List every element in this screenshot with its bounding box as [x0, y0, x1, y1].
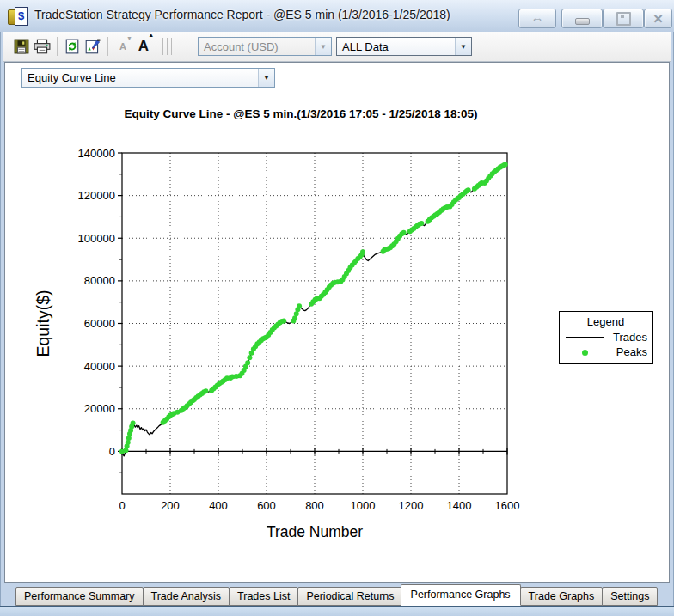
- toolbar-separator: [57, 37, 58, 56]
- data-range-dropdown-value: ALL Data: [342, 40, 389, 53]
- font-decrease-button: A▼: [113, 36, 133, 57]
- toolbar-grip: [167, 38, 168, 55]
- legend-label-trades: Trades: [613, 331, 647, 344]
- window-title: TradeStation Strategy Performance Report…: [34, 8, 450, 21]
- font-decrease-icon: A▼: [119, 41, 126, 52]
- refresh-icon: [64, 39, 80, 54]
- chevron-down-icon: ▼: [258, 69, 274, 87]
- tab-trade-graphs[interactable]: Trade Graphs: [520, 587, 604, 606]
- report-settings-button[interactable]: [83, 36, 103, 57]
- dock-arrows-icon: ⇔: [531, 11, 544, 26]
- chart-legend: Legend Trades Peaks: [559, 311, 653, 364]
- account-dropdown: Account (USD) ▼: [198, 37, 332, 56]
- title-bar[interactable]: $ TradeStation Strategy Performance Repo…: [0, 0, 674, 32]
- print-button[interactable]: [32, 36, 52, 57]
- save-button[interactable]: [11, 36, 32, 57]
- tab-performance-graphs[interactable]: Performance Graphs: [401, 584, 521, 606]
- print-icon: [34, 39, 51, 54]
- graph-type-dropdown[interactable]: Equity Curve Line ▼: [21, 68, 275, 88]
- legend-title: Legend: [560, 315, 652, 328]
- tab-periodical-returns[interactable]: Periodical Returns: [297, 587, 402, 606]
- maximize-icon: [616, 12, 631, 26]
- chevron-down-icon: ▼: [455, 38, 471, 55]
- data-range-dropdown[interactable]: ALL Data ▼: [336, 37, 472, 56]
- tab-trade-analysis[interactable]: Trade Analysis: [143, 587, 230, 606]
- chart-title: Equity Curve Line - @ES 5 min.(1/3/2016 …: [69, 107, 533, 120]
- refresh-report-button[interactable]: [62, 36, 83, 57]
- tab-settings[interactable]: Settings: [602, 587, 658, 606]
- font-increase-icon: A▲: [138, 38, 149, 55]
- window-bottom-border: [0, 607, 674, 616]
- dollar-report-icon: $: [15, 7, 28, 26]
- font-increase-button[interactable]: A▲: [133, 36, 154, 57]
- graph-type-dropdown-value: Equity Curve Line: [28, 71, 116, 84]
- toolbar-separator: [107, 37, 108, 56]
- close-button[interactable]: ×: [644, 9, 672, 28]
- close-icon: ×: [653, 9, 663, 28]
- report-tab-bar: Performance Summary Trade Analysis Trade…: [4, 585, 670, 606]
- peaks-dot-swatch: [582, 350, 588, 356]
- tab-performance-summary[interactable]: Performance Summary: [15, 587, 144, 606]
- dock-button[interactable]: ⇔: [518, 9, 556, 28]
- toolbar-grip: [162, 38, 163, 55]
- minimize-button[interactable]: [561, 9, 603, 28]
- tab-trades-list[interactable]: Trades List: [229, 587, 298, 606]
- tradestation-report-window: $ TradeStation Strategy Performance Repo…: [0, 0, 674, 616]
- toolbar-grip: [171, 38, 172, 55]
- report-settings-icon: [84, 39, 101, 54]
- account-dropdown-value: Account (USD): [204, 40, 279, 53]
- save-icon: [14, 39, 29, 54]
- legend-label-peaks: Peaks: [616, 345, 647, 358]
- trades-line-swatch: [566, 337, 604, 338]
- maximize-button[interactable]: [603, 9, 644, 28]
- minimize-icon: [575, 18, 590, 25]
- chevron-down-icon: ▼: [315, 38, 331, 55]
- app-icon: $: [8, 7, 28, 25]
